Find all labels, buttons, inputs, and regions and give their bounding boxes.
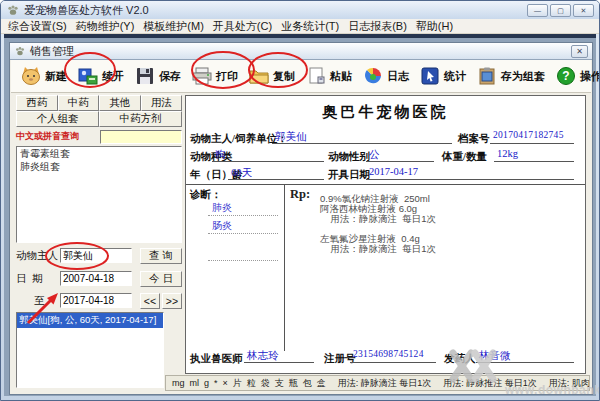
next-button[interactable]: >> — [162, 293, 182, 309]
date-label: 日 期 — [16, 272, 43, 286]
toolbar-label-help: 操作帮助 — [580, 69, 600, 84]
child-close-button[interactable]: ✕ — [571, 45, 588, 58]
unit-mg[interactable]: mg — [172, 378, 185, 388]
query-button[interactable]: 查 询 — [140, 248, 182, 264]
sales-management-window: 销售管理 ✕ 新建 — [9, 42, 593, 395]
owner-field-value: 郭美仙 — [272, 130, 452, 144]
unit-pack[interactable]: 包 — [303, 377, 312, 390]
date-to-input[interactable] — [60, 293, 132, 308]
toolbar-button-help[interactable]: ? 操作帮助 — [555, 66, 600, 86]
toolbar-button-save[interactable]: 保存 — [134, 66, 181, 86]
unit-branch[interactable]: 支 — [275, 377, 284, 390]
continue-open-icon — [77, 66, 99, 86]
diagnosis-item-enteritis: 肠炎 — [208, 219, 278, 234]
menu-item-prescribe[interactable]: 开具处方(C) — [213, 19, 272, 34]
pie-chart-icon — [362, 66, 384, 86]
prev-button[interactable]: << — [140, 293, 160, 309]
issue-date-value: 2017-04-17 — [366, 166, 574, 180]
menu-item-stats[interactable]: 业务统计(T) — [281, 19, 339, 34]
units-bar: mg ml g * × 片 粒 袋 支 瓶 包 盒 用法: 静脉滴注 每日1次 … — [165, 375, 590, 391]
list-item-pneumonia-set[interactable]: 肺炎组套 — [17, 160, 181, 173]
unit-grain[interactable]: 粒 — [247, 377, 256, 390]
tab-other[interactable]: 其他 — [99, 95, 141, 111]
printer-icon — [191, 66, 213, 86]
unit-ml[interactable]: ml — [190, 378, 200, 388]
unit-times[interactable]: × — [223, 378, 228, 388]
menu-item-logs[interactable]: 日志报表(B) — [348, 19, 407, 34]
prescription-paper: 奥巴牛宠物医院 动物主人/饲养单位： 郭美仙 档案号 2017041718274… — [185, 95, 586, 374]
toolbar-button-copy[interactable]: 复制 — [248, 66, 295, 86]
list-item-penicillin-set[interactable]: 青霉素组套 — [17, 147, 181, 160]
maximize-button[interactable]: ▢ — [550, 4, 571, 17]
tab-chinese-medicine[interactable]: 中药 — [58, 95, 100, 111]
window-title: 爱宠物兽医处方软件 V2.0 — [24, 3, 149, 18]
toolbar-button-paste[interactable]: 粘贴 — [305, 66, 352, 86]
left-panel: 西药 中药 其他 用法 个人组套 中药方剂 中文或拼音查询 青霉素组套 肺炎组套 — [16, 95, 182, 389]
toolbar-label-print: 打印 — [216, 69, 238, 84]
minimize-button[interactable]: — — [527, 4, 548, 17]
issue-date-label: 开具日期 — [328, 168, 370, 182]
folder-icon — [248, 66, 270, 86]
vet-label: 执业兽医师 — [190, 352, 243, 366]
gender-value: 公 — [366, 148, 434, 162]
toolbar-label-continue: 续开 — [102, 69, 124, 84]
window-controls: — ▢ ✕ — [527, 4, 594, 17]
search-label: 中文或拼音查询 — [16, 130, 100, 143]
toolbar-label-new: 新建 — [45, 69, 67, 84]
toolbar-button-new[interactable]: 新建 — [20, 66, 67, 86]
diagnosis-item-empty — [208, 246, 278, 261]
toolbar-button-statistics[interactable]: 统计 — [419, 66, 466, 86]
menu-bar: 综合设置(S) 药物维护(Y) 模板维护(M) 开具处方(C) 业务统计(T) … — [1, 19, 599, 34]
reg-no-value: 23154698745124 — [350, 349, 436, 363]
species-value: 狗 — [212, 148, 324, 162]
menu-item-settings[interactable]: 综合设置(S) — [8, 19, 67, 34]
titlebar[interactable]: 爱宠物兽医处方软件 V2.0 — ▢ ✕ — [1, 1, 599, 19]
today-button[interactable]: 今 日 — [140, 271, 182, 287]
result-item-selected[interactable]: 郭美仙[狗, 公, 60天, 2017-04-17] — [17, 313, 163, 328]
owner-input[interactable] — [60, 248, 132, 263]
menu-item-help[interactable]: 帮助(H) — [416, 19, 453, 34]
dispenser-value: 林音微 — [476, 349, 574, 363]
unit-g[interactable]: g — [204, 378, 209, 388]
toolbar-label-statistics: 统计 — [444, 69, 466, 84]
unit-star[interactable]: * — [214, 378, 218, 388]
toolbar-button-continue[interactable]: 续开 — [77, 66, 124, 86]
svg-text:?: ? — [562, 69, 569, 83]
header-separator — [186, 184, 585, 185]
search-input[interactable] — [100, 130, 182, 144]
child-window-title: 销售管理 — [30, 44, 74, 59]
usage-iv-push[interactable]: 用法: 静脉推注 每日1次 — [443, 377, 537, 390]
tab-usage[interactable]: 用法 — [141, 95, 183, 111]
toolbar-button-save-as-set[interactable]: 存为组套 — [476, 66, 545, 86]
child-titlebar[interactable]: 销售管理 ✕ — [10, 43, 592, 60]
floppy-icon — [134, 66, 156, 86]
weight-value: 12kg — [494, 148, 574, 162]
toolbar-label-save: 保存 — [159, 69, 181, 84]
unit-bag[interactable]: 袋 — [261, 377, 270, 390]
mdi-area: 销售管理 ✕ 新建 — [4, 34, 596, 396]
tab-western-medicine[interactable]: 西药 — [16, 95, 58, 111]
menu-item-template[interactable]: 模板维护(M) — [143, 19, 204, 34]
rp-line: 用法：静脉滴注 每日1次 — [320, 214, 436, 224]
unit-tablet[interactable]: 片 — [233, 377, 242, 390]
menu-item-drug-maint[interactable]: 药物维护(Y) — [76, 19, 135, 34]
usage-im-injection[interactable]: 用法: 肌肉注射 每日1次 — [549, 377, 590, 390]
date-from-input[interactable] — [60, 271, 132, 286]
close-button[interactable]: ✕ — [573, 4, 594, 17]
diagnosis-rp-divider — [284, 184, 285, 351]
set-listbox[interactable]: 青霉素组套 肺炎组套 — [16, 146, 182, 243]
rp-label: Rp: — [290, 187, 310, 202]
tab-personal-set[interactable]: 个人组套 — [16, 111, 99, 127]
rp-line: 用法：静脉滴注 每日1次 — [320, 244, 436, 254]
results-listbox[interactable]: 郭美仙[狗, 公, 60天, 2017-04-17] — [16, 312, 164, 388]
search-row: 中文或拼音查询 — [16, 129, 182, 144]
unit-box[interactable]: 盒 — [317, 377, 326, 390]
tab-chinese-formula[interactable]: 中药方剂 — [99, 111, 182, 127]
toolbar-label-copy: 复制 — [273, 69, 295, 84]
toolbar-button-print[interactable]: 打印 — [191, 66, 238, 86]
age-value: 60天 — [228, 166, 324, 180]
usage-iv-drip[interactable]: 用法: 静脉滴注 每日1次 — [338, 377, 432, 390]
unit-bottle[interactable]: 瓶 — [289, 377, 298, 390]
toolbar-button-log[interactable]: 日志 — [362, 66, 409, 86]
app-window: 爱宠物兽医处方软件 V2.0 — ▢ ✕ 综合设置(S) 药物维护(Y) 模板维… — [0, 0, 600, 401]
